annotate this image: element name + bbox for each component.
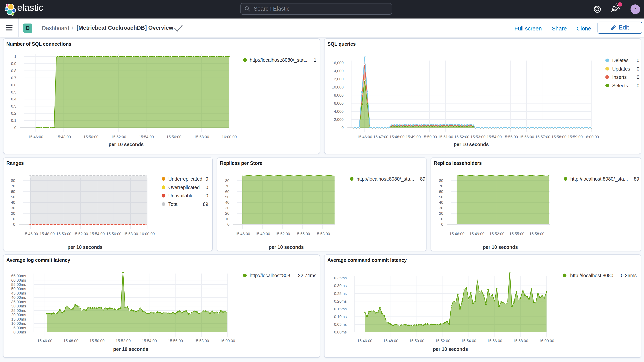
svg-text:http://localhost:8080/_stat...: http://localhost:8080/_stat... [250, 57, 309, 63]
svg-text:15:50:00: 15:50:00 [56, 232, 71, 236]
svg-text:Total: Total [168, 202, 178, 207]
svg-text:0.25ms: 0.25ms [334, 292, 347, 296]
svg-text:15:58:00: 15:58:00 [315, 232, 330, 236]
svg-text:15:52:00: 15:52:00 [73, 232, 88, 236]
svg-text:15:52:00: 15:52:00 [489, 232, 504, 236]
svg-text:0.15ms: 0.15ms [334, 307, 347, 311]
svg-text:15:54:00: 15:54:00 [142, 339, 157, 343]
svg-text:0: 0 [342, 126, 344, 130]
svg-text:10.00ms: 10.00ms [11, 321, 26, 326]
svg-text:0: 0 [637, 58, 639, 63]
svg-text:http://localhost:808...: http://localhost:808... [250, 273, 294, 278]
svg-text:50: 50 [225, 195, 230, 199]
svg-text:Overreplicated: Overreplicated [168, 185, 200, 190]
svg-text:15:53:00: 15:53:00 [470, 135, 486, 139]
svg-text:http://localhost:8080/_sta...: http://localhost:8080/_sta... [570, 176, 628, 182]
svg-text:40.00ms: 40.00ms [11, 295, 26, 300]
svg-text:15:48:00: 15:48:00 [40, 232, 55, 236]
svg-text:15:46:00: 15:46:00 [450, 232, 464, 236]
svg-text:20: 20 [439, 211, 443, 216]
svg-text:25.00ms: 25.00ms [11, 308, 26, 313]
svg-text:15:58:00: 15:58:00 [552, 135, 566, 139]
svg-text:6,000: 6,000 [334, 101, 344, 106]
svg-text:0.20ms: 0.20ms [334, 299, 347, 304]
svg-text:8,000: 8,000 [334, 93, 344, 97]
svg-text:70: 70 [439, 184, 443, 188]
svg-text:60: 60 [11, 190, 15, 194]
svg-text:20.00ms: 20.00ms [11, 313, 26, 317]
svg-text:15:58:00: 15:58:00 [194, 135, 209, 139]
svg-text:16:00:00: 16:00:00 [584, 135, 599, 139]
svg-text:70: 70 [225, 184, 230, 188]
svg-text:16:00:00: 16:00:00 [220, 339, 235, 343]
svg-text:89: 89 [420, 176, 425, 182]
svg-text:15:56:00: 15:56:00 [487, 339, 502, 343]
svg-text:0.30ms: 0.30ms [334, 284, 347, 288]
svg-text:16,000: 16,000 [332, 61, 344, 65]
svg-text:50: 50 [439, 195, 443, 199]
svg-text:Inserts: Inserts [612, 74, 627, 80]
svg-text:15:55:00: 15:55:00 [503, 135, 518, 139]
svg-text:16:00:00: 16:00:00 [222, 135, 237, 139]
svg-text:22.74ms: 22.74ms [298, 273, 316, 278]
svg-text:15:58:00: 15:58:00 [194, 339, 209, 343]
svg-text:0: 0 [206, 176, 208, 182]
svg-text:30: 30 [11, 206, 15, 210]
svg-text:0.00ms: 0.00ms [13, 330, 26, 334]
svg-text:15:46:00: 15:46:00 [235, 232, 250, 236]
svg-text:60: 60 [439, 190, 443, 194]
svg-text:12,000: 12,000 [332, 77, 344, 81]
svg-text:0: 0 [637, 74, 639, 80]
svg-text:15:46:00: 15:46:00 [357, 339, 372, 343]
svg-text:16:00:00: 16:00:00 [539, 339, 554, 343]
svg-text:4,000: 4,000 [334, 109, 344, 114]
svg-text:15:54:00: 15:54:00 [139, 135, 154, 139]
svg-text:0: 0 [14, 126, 16, 130]
svg-text:1: 1 [14, 54, 16, 58]
svg-text:0.7: 0.7 [11, 76, 16, 80]
svg-text:http://localhost:8080/_sta...: http://localhost:8080/_sta... [356, 176, 414, 182]
svg-text:15:47:00: 15:47:00 [373, 135, 388, 139]
svg-text:per 10 seconds: per 10 seconds [268, 244, 304, 250]
svg-text:55.00ms: 55.00ms [11, 282, 26, 287]
svg-text:15:55:00: 15:55:00 [510, 232, 524, 236]
svg-text:0.00ms: 0.00ms [334, 330, 347, 334]
svg-text:89: 89 [634, 176, 639, 182]
svg-text:40: 40 [11, 200, 15, 204]
svg-text:0.9: 0.9 [11, 62, 16, 66]
svg-text:0: 0 [13, 222, 15, 226]
svg-text:30: 30 [225, 206, 230, 210]
svg-text:15:50:00: 15:50:00 [84, 135, 98, 139]
svg-text:0.26ms: 0.26ms [621, 273, 637, 278]
svg-text:70: 70 [11, 184, 15, 188]
svg-text:15:58:00: 15:58:00 [529, 232, 544, 236]
svg-text:per 10 seconds: per 10 seconds [454, 142, 489, 147]
svg-text:0.1: 0.1 [11, 118, 16, 122]
svg-text:15:52:00: 15:52:00 [111, 135, 126, 139]
svg-text:per 10 seconds: per 10 seconds [108, 142, 144, 147]
svg-text:30: 30 [439, 206, 443, 210]
svg-text:15:49:00: 15:49:00 [406, 135, 421, 139]
svg-text:2,000: 2,000 [334, 118, 344, 122]
svg-text:10: 10 [225, 217, 230, 221]
svg-text:Updates: Updates [612, 66, 630, 72]
svg-text:0: 0 [637, 83, 639, 88]
svg-text:15:52:00: 15:52:00 [116, 339, 131, 343]
svg-text:0: 0 [441, 222, 443, 226]
svg-text:15.00ms: 15.00ms [11, 317, 26, 321]
svg-text:15:56:00: 15:56:00 [519, 135, 534, 139]
svg-text:60.00ms: 60.00ms [11, 278, 26, 282]
svg-text:15:54:00: 15:54:00 [461, 339, 476, 343]
svg-text:0: 0 [227, 222, 230, 226]
svg-text:20: 20 [11, 211, 15, 216]
svg-text:15:51:00: 15:51:00 [438, 135, 453, 139]
svg-text:15:50:00: 15:50:00 [409, 339, 424, 343]
svg-text:15:54:00: 15:54:00 [487, 135, 502, 139]
svg-text:15:50:00: 15:50:00 [90, 339, 104, 343]
svg-text:0.2: 0.2 [11, 111, 16, 116]
svg-text:15:52:00: 15:52:00 [435, 339, 450, 343]
svg-text:http://localhost:8080...: http://localhost:8080... [570, 273, 618, 278]
svg-text:10: 10 [11, 217, 15, 221]
svg-text:1: 1 [314, 57, 316, 63]
svg-text:15:56:00: 15:56:00 [106, 232, 122, 236]
